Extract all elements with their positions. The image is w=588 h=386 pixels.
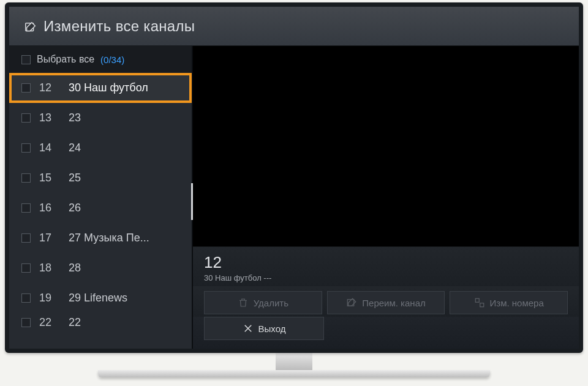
preview-video [193,73,579,246]
channel-name: 28 [69,262,183,274]
channel-number: 18 [39,262,60,274]
channel-number: 14 [39,142,60,154]
channel-name: 26 [69,202,183,214]
channel-name: 27 Музыка Пе... [69,232,183,244]
close-icon [243,323,254,334]
channel-name: 24 [69,142,183,154]
exit-label: Выход [258,324,286,334]
channel-row[interactable]: 1929 Lifenews [9,283,192,313]
screen: Изменить все каналы Выбрать все (0/34) 1… [9,7,579,349]
channel-row[interactable]: 1230 Наш футбол [9,73,192,103]
preview-channel-number: 12 [204,253,568,272]
preview-info: 12 30 Наш футбол --- [193,246,579,286]
select-all-row[interactable]: Выбрать все (0/34) [9,46,193,73]
tv-stand-base [98,370,490,377]
channel-row[interactable]: 2222 [9,313,192,331]
channel-row[interactable]: 1626 [9,193,192,223]
renumber-label: Изм. номера [490,298,544,308]
preview-upper [193,46,579,73]
page-title: Изменить все каналы [43,18,195,35]
channel-name: 30 Наш футбол [69,81,183,94]
channel-row[interactable]: 1424 [9,133,192,163]
action-bar: Удалить Переим. канал Изм. номера [193,286,579,317]
preview-channel-title: 30 Наш футбол --- [204,273,568,282]
channel-checkbox[interactable] [21,293,31,303]
channel-name: 25 [69,172,183,184]
renumber-button[interactable]: Изм. номера [450,291,568,314]
preview-pane: 12 30 Наш футбол --- Удалить Переим. кан… [193,73,579,349]
channel-checkbox[interactable] [21,113,31,123]
channel-row[interactable]: 1323 [9,103,192,133]
renumber-icon [474,297,485,308]
rename-label: Переим. канал [362,298,425,308]
edit-icon [346,297,357,308]
svg-rect-3 [480,303,483,307]
channel-number: 17 [39,232,60,244]
exit-button[interactable]: Выход [204,317,324,340]
channel-number: 12 [39,81,60,94]
channel-checkbox[interactable] [21,83,31,93]
channel-checkbox[interactable] [21,173,31,183]
delete-label: Удалить [254,298,288,308]
tv-stand-neck [276,353,312,370]
channel-row[interactable]: 1828 [9,253,192,283]
channel-name: 23 [69,112,183,124]
header: Изменить все каналы [9,7,579,46]
rename-button[interactable]: Переим. канал [327,291,445,314]
edit-icon [24,21,35,32]
channel-row[interactable]: 1525 [9,163,192,193]
channel-number: 15 [39,172,60,184]
channel-number: 22 [39,316,60,329]
select-all-count: (0/34) [100,55,124,65]
channel-checkbox[interactable] [21,143,31,153]
channel-number: 19 [39,292,60,305]
svg-rect-2 [475,298,479,302]
channel-number: 13 [39,112,60,124]
channel-checkbox[interactable] [21,318,31,327]
channel-list[interactable]: 1230 Наш футбол13231424152516261727 Музы… [9,73,193,349]
action-bar-2: Выход [193,317,579,349]
select-all-label: Выбрать все [37,54,94,65]
channel-number: 16 [39,202,60,214]
channel-row[interactable]: 1727 Музыка Пе... [9,223,192,253]
channel-name: 22 [69,316,183,329]
channel-checkbox[interactable] [21,233,31,243]
scroll-indicator [191,183,193,220]
channel-name: 29 Lifenews [69,292,183,305]
trash-icon [238,297,249,308]
channel-checkbox[interactable] [21,263,31,273]
delete-button[interactable]: Удалить [204,291,322,314]
channel-checkbox[interactable] [21,203,31,213]
tv-frame: Изменить все каналы Выбрать все (0/34) 1… [5,2,583,353]
select-all-checkbox[interactable] [21,55,31,64]
